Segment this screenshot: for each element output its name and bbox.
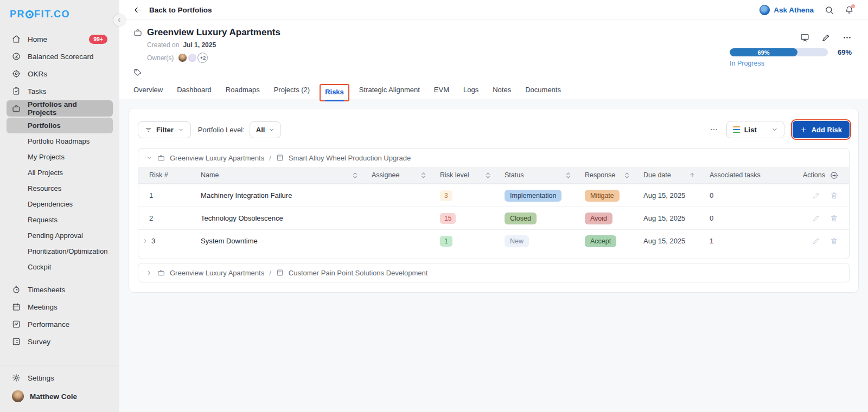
breadcrumb-separator: /: [269, 154, 271, 162]
col-status[interactable]: Status: [505, 171, 585, 179]
expand-row-chevron-icon[interactable]: [142, 238, 148, 244]
tab-notes[interactable]: Notes: [493, 86, 511, 98]
sort-asc-icon[interactable]: [689, 172, 695, 178]
sidebar-item-portfolios-and-projects[interactable]: Portfolios and Projects: [7, 100, 113, 117]
sidebar-subitem-resources[interactable]: Resources: [7, 181, 113, 196]
edit-pencil-icon[interactable]: [812, 237, 820, 245]
risk-name[interactable]: Machinery Integration Failure: [201, 191, 372, 199]
edit-pencil-icon[interactable]: [812, 214, 820, 222]
sidebar-user[interactable]: Matthew Cole: [7, 387, 113, 405]
sidebar-subitem-prioritization-optimization[interactable]: Prioritization/Optimization: [7, 243, 113, 259]
sidebar-subitem-dependencies[interactable]: Dependencies: [7, 196, 113, 212]
sidebar-subitem-cockpit[interactable]: Cockpit: [7, 259, 113, 275]
more-owners-badge[interactable]: +2: [197, 53, 208, 63]
edit-pencil-icon[interactable]: [812, 191, 820, 199]
col-name[interactable]: Name: [201, 171, 372, 179]
more-options-icon[interactable]: [843, 33, 852, 42]
tab-risks[interactable]: Risks: [325, 88, 344, 101]
col-assignee[interactable]: Assignee: [372, 171, 440, 179]
chevron-down-icon[interactable]: [146, 154, 152, 161]
tab-strategic-alignment[interactable]: Strategic Alignment: [359, 86, 420, 98]
group-header[interactable]: Greenview Luxury Apartments / Smart Allo…: [138, 149, 849, 167]
project-doc-icon: [276, 154, 284, 162]
sidebar-item-meetings[interactable]: Meetings: [7, 299, 113, 315]
sidebar-item-okrs[interactable]: OKRs: [7, 66, 113, 82]
sidebar-subitem-all-projects[interactable]: All Projects: [7, 165, 113, 181]
portfolio-briefcase-icon: [133, 28, 142, 37]
tab-overview[interactable]: Overview: [133, 86, 163, 98]
tag-icon[interactable]: [133, 68, 142, 76]
plus-icon: [800, 126, 807, 133]
risk-name[interactable]: System Downtime: [201, 237, 372, 245]
group-header[interactable]: Greenview Luxury Apartments / Customer P…: [138, 263, 849, 282]
tab-logs[interactable]: Logs: [463, 86, 478, 98]
sort-icon[interactable]: [421, 172, 426, 179]
page-title: Greenview Luxury Apartments: [147, 27, 280, 38]
risk-number: 2: [149, 214, 153, 222]
sidebar-item-timesheets[interactable]: Timesheets: [7, 281, 113, 298]
sidebar-subitem-portfolios[interactable]: Portfolios: [7, 118, 113, 133]
sidebar-subitem-requests[interactable]: Requests: [7, 212, 113, 228]
chevron-down-icon: [178, 127, 184, 133]
briefcase-icon: [157, 269, 165, 276]
more-actions-icon[interactable]: [710, 125, 718, 134]
risk-name[interactable]: Technology Obsolescence: [201, 214, 372, 222]
briefcase-icon: [12, 104, 21, 113]
risk-row-3[interactable]: 3 System Downtime 1 New Accept Aug 15, 2…: [138, 229, 849, 252]
risk-group-smart-alloy: Greenview Luxury Apartments / Smart Allo…: [138, 148, 850, 259]
tab-documents[interactable]: Documents: [525, 86, 561, 98]
view-select[interactable]: List: [726, 121, 784, 138]
logo-text-pre: PR: [10, 9, 25, 20]
tab-projects[interactable]: Projects (2): [274, 86, 310, 98]
add-risk-button[interactable]: Add Risk: [793, 121, 850, 138]
group-portfolio-name: Greenview Luxury Apartments: [170, 154, 264, 162]
sort-icon[interactable]: [353, 172, 358, 179]
add-column-icon[interactable]: [830, 171, 838, 179]
tags-row: [133, 68, 854, 79]
col-response[interactable]: Response: [585, 171, 643, 179]
edit-pencil-icon[interactable]: [821, 33, 831, 42]
sort-icon[interactable]: [486, 172, 490, 179]
filter-icon: [145, 126, 152, 133]
search-icon[interactable]: [825, 5, 834, 15]
sidebar-bottom: Settings Matthew Cole: [0, 360, 119, 412]
sidebar-item-performance[interactable]: Performance: [7, 316, 113, 332]
sidebar-item-label: Balanced Scorecard: [28, 53, 94, 61]
risks-panel: Filter Portfolio Level: All List: [129, 108, 859, 293]
risk-row-1[interactable]: 1 Machinery Integration Failure 3 Implem…: [138, 184, 849, 207]
sort-icon[interactable]: [624, 172, 629, 179]
subitem-label: Portfolios: [28, 121, 61, 130]
col-due-date[interactable]: Due date: [643, 171, 710, 179]
filter-button[interactable]: Filter: [138, 121, 191, 138]
risks-toolbar: Filter Portfolio Level: All List: [138, 121, 850, 138]
notifications-bell-icon[interactable]: [845, 5, 854, 15]
delete-trash-icon[interactable]: [830, 191, 838, 199]
sidebar-collapse-button[interactable]: [113, 14, 125, 26]
tab-evm[interactable]: EVM: [434, 86, 449, 98]
breadcrumb-separator: /: [269, 269, 271, 277]
presentation-icon[interactable]: [800, 33, 809, 42]
sidebar-subitem-portfolio-roadmaps[interactable]: Portfolio Roadmaps: [7, 133, 113, 149]
add-risk-label: Add Risk: [812, 126, 842, 134]
sidebar-item-balanced-scorecard[interactable]: Balanced Scorecard: [7, 48, 113, 65]
progress-bar: 69%: [730, 48, 828, 56]
status-badge: Closed: [505, 213, 537, 224]
sidebar-item-survey[interactable]: Survey: [7, 333, 113, 350]
chevron-right-icon[interactable]: [146, 269, 152, 276]
delete-trash-icon[interactable]: [830, 237, 838, 245]
sidebar-item-settings[interactable]: Settings: [7, 370, 113, 386]
sidebar-item-tasks[interactable]: Tasks: [7, 83, 113, 99]
back-to-portfolios-button[interactable]: Back to Portfolios: [133, 5, 212, 15]
sidebar-subitem-pending-approval[interactable]: Pending Approval: [7, 228, 113, 243]
tab-roadmaps[interactable]: Roadmaps: [226, 86, 260, 98]
ask-athena-button[interactable]: Ask Athena: [760, 5, 814, 15]
col-risk-level[interactable]: Risk level: [440, 171, 505, 179]
sidebar-item-home[interactable]: Home 99+: [7, 31, 113, 47]
tab-dashboard[interactable]: Dashboard: [177, 86, 212, 98]
page-header: Greenview Luxury Apartments Created on J…: [119, 20, 868, 99]
risk-row-2[interactable]: 2 Technology Obsolescence 15 Closed Avoi…: [138, 207, 849, 229]
sidebar-subitem-my-projects[interactable]: My Projects: [7, 149, 113, 165]
portfolio-level-select[interactable]: All: [250, 121, 282, 138]
sort-icon[interactable]: [566, 172, 571, 179]
delete-trash-icon[interactable]: [830, 214, 838, 222]
